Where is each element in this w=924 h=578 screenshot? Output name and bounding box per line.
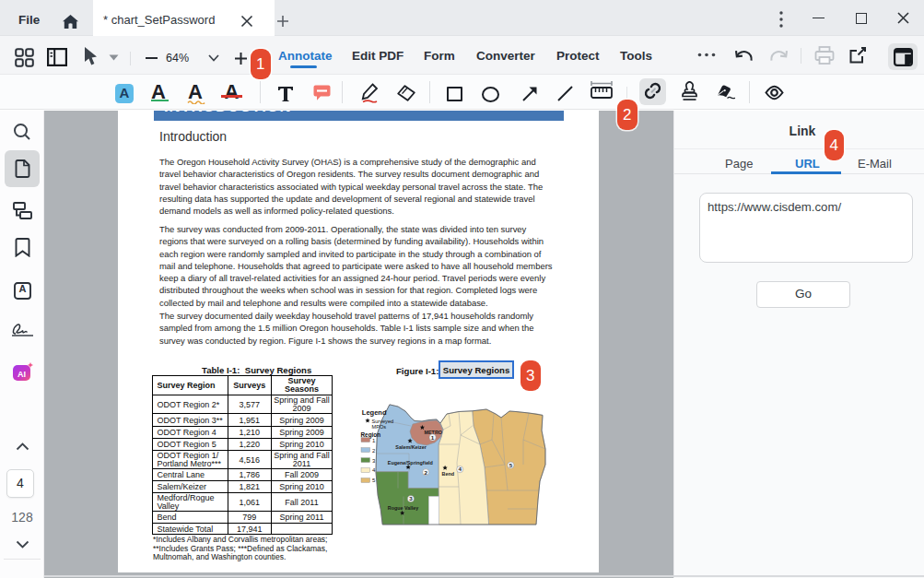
- svg-text:5: 5: [509, 462, 513, 468]
- svg-text:Legend: Legend: [362, 408, 387, 417]
- svg-text:Salem/Keizer: Salem/Keizer: [395, 444, 427, 450]
- svg-text:3: 3: [409, 495, 413, 501]
- svg-text:Region: Region: [361, 431, 381, 439]
- svg-text:Rogue Valley: Rogue Valley: [388, 505, 419, 511]
- svg-text:3: 3: [372, 458, 376, 464]
- svg-text:Eugene/Springfield: Eugene/Springfield: [388, 460, 433, 466]
- svg-text:AI: AI: [18, 370, 26, 379]
- svg-text:MPOs: MPOs: [372, 424, 387, 430]
- svg-text:5: 5: [372, 478, 376, 483]
- svg-text:Bend: Bend: [442, 471, 454, 477]
- svg-text:1: 1: [372, 438, 376, 443]
- svg-text:1: 1: [431, 434, 435, 441]
- svg-text:2: 2: [372, 448, 376, 454]
- svg-text:4: 4: [458, 466, 462, 472]
- svg-text:2: 2: [424, 469, 427, 476]
- svg-text:4: 4: [372, 467, 376, 473]
